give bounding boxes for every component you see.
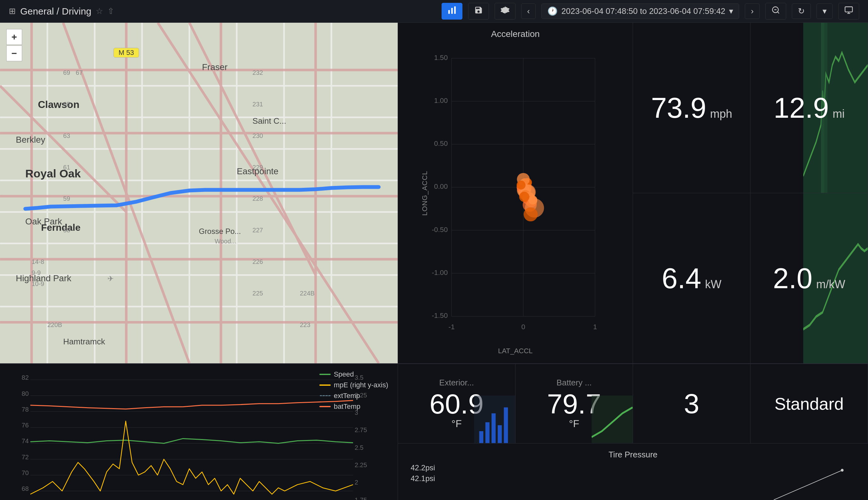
power-card: 6.4 kW — [633, 193, 750, 364]
prev-button[interactable]: ‹ — [521, 3, 536, 19]
svg-text:61: 61 — [63, 164, 70, 171]
legend-mpe-line — [319, 385, 331, 386]
svg-text:229: 229 — [252, 164, 263, 171]
svg-text:1.50: 1.50 — [434, 54, 448, 61]
svg-text:67: 67 — [76, 69, 83, 76]
speed-card: 73.9 mph — [633, 23, 750, 193]
topbar-left: ⊞ General / Driving ☆ ⇧ — [9, 6, 436, 17]
zoom-out-button[interactable] — [765, 3, 786, 20]
zoom-in-button[interactable]: + — [6, 29, 22, 45]
legend-exttemp-line — [319, 395, 331, 397]
svg-text:9-9: 9-9 — [32, 269, 41, 276]
svg-text:Clawson: Clawson — [38, 99, 79, 110]
legend-battemp: batTemp — [319, 402, 388, 411]
svg-text:Hamtramck: Hamtramck — [63, 337, 105, 346]
refresh-button[interactable]: ↻ — [792, 3, 811, 19]
tire-pressure-title: Tire Pressure — [411, 450, 855, 459]
efficiency-unit: m/kW — [816, 278, 845, 291]
share-icon[interactable]: ⇧ — [108, 6, 114, 16]
speed-value: 73.9 — [651, 94, 706, 122]
grid-icon: ⊞ — [9, 6, 16, 16]
svg-text:M 53: M 53 — [119, 49, 134, 57]
time-range: 🕐 2023-06-04 07:48:50 to 2023-06-04 07:5… — [542, 3, 739, 19]
svg-text:0: 0 — [522, 323, 525, 331]
cell3-value: 3 — [684, 390, 699, 418]
power-unit: kW — [705, 278, 721, 291]
svg-text:1: 1 — [593, 323, 597, 331]
star-icon[interactable]: ☆ — [96, 6, 103, 16]
map-svg: M 53 Clawson Berkley Royal Oak Oak Park … — [0, 23, 398, 363]
svg-text:76: 76 — [22, 422, 29, 429]
chevron-down-icon[interactable]: ▾ — [729, 6, 733, 16]
svg-text:224B: 224B — [300, 290, 315, 297]
legend-battemp-label: batTemp — [334, 402, 360, 411]
svg-text:228: 228 — [252, 195, 263, 202]
svg-rect-1 — [451, 8, 453, 14]
monitor-button[interactable] — [838, 3, 859, 20]
dropdown-button[interactable]: ▾ — [816, 3, 833, 19]
tire-values: 42.2psi 42.1psi — [411, 463, 435, 483]
svg-text:220B: 220B — [47, 321, 62, 328]
svg-text:63: 63 — [63, 132, 70, 139]
sensor-grid: Exterior... 60.9 °F Battery ... — [398, 364, 868, 500]
svg-point-109 — [517, 181, 526, 190]
svg-text:69: 69 — [63, 69, 70, 76]
svg-text:78: 78 — [22, 406, 29, 413]
exterior-sparkline — [474, 396, 515, 443]
settings-button[interactable] — [494, 3, 515, 20]
legend-exttemp: extTemp — [319, 392, 388, 400]
svg-text:0.50: 0.50 — [434, 139, 448, 147]
svg-text:2.25: 2.25 — [355, 462, 367, 468]
svg-rect-144 — [486, 422, 490, 443]
svg-rect-9 — [0, 23, 398, 363]
battery-temp-title: Battery ... — [557, 378, 592, 388]
svg-text:223: 223 — [300, 321, 310, 328]
chart-legend: Speed mpE (right y-axis) extTemp batTemp — [319, 370, 388, 411]
svg-text:-1.50: -1.50 — [432, 311, 448, 319]
battery-temp-card: Battery ... 79.7 °F — [515, 364, 633, 443]
svg-rect-146 — [498, 425, 502, 443]
svg-point-107 — [519, 192, 530, 202]
legend-battemp-line — [319, 406, 331, 407]
battery-sparkline — [592, 396, 633, 443]
bottom-row: Speed mpE (right y-axis) extTemp batTemp — [0, 364, 868, 500]
exterior-temp-card: Exterior... 60.9 °F — [398, 364, 515, 443]
svg-text:Royal Oak: Royal Oak — [25, 167, 81, 180]
svg-text:225: 225 — [252, 290, 263, 297]
exterior-temp-unit: °F — [452, 418, 461, 430]
clock-icon: 🕐 — [547, 6, 557, 16]
power-value: 6.4 — [662, 264, 701, 293]
svg-text:80: 80 — [22, 390, 29, 397]
topbar: ⊞ General / Driving ☆ ⇧ ‹ 🕐 2023-06-04 0… — [0, 0, 868, 23]
svg-text:Grosse Po...: Grosse Po... — [199, 227, 241, 236]
svg-text:58: 58 — [63, 227, 70, 234]
distance-card: 12.9 mi — [750, 23, 868, 193]
tire-value-0: 42.2psi — [411, 463, 435, 472]
svg-text:70: 70 — [22, 469, 29, 476]
svg-text:231: 231 — [252, 101, 263, 107]
chart-button[interactable] — [442, 3, 463, 20]
svg-text:1.75: 1.75 — [355, 497, 367, 500]
svg-rect-143 — [479, 431, 483, 443]
efficiency-value: 2.0 — [773, 264, 812, 293]
svg-text:232: 232 — [252, 69, 263, 76]
cell3-card: 3 — [633, 364, 750, 443]
panels-top: Acceleration LONG_ACCL 1.50 — [398, 23, 868, 364]
svg-text:230: 230 — [252, 132, 263, 139]
svg-text:10-9: 10-9 — [32, 280, 44, 287]
tire-pressure-panel: Tire Pressure 42.2psi 42.1psi — [398, 443, 868, 500]
svg-text:Wood...: Wood... — [214, 238, 236, 245]
acceleration-chart: 1.50 1.00 0.50 0.00 -0.50 -1.00 -1.50 -1… — [404, 42, 626, 345]
breadcrumb: General / Driving — [20, 6, 91, 17]
svg-text:Berkley: Berkley — [16, 135, 45, 145]
svg-rect-147 — [504, 408, 508, 443]
zoom-out-button-map[interactable]: − — [6, 45, 22, 61]
svg-line-5 — [777, 12, 779, 13]
legend-speed-line — [319, 374, 331, 375]
svg-text:-1.00: -1.00 — [432, 269, 448, 276]
main-layout: + − — [0, 23, 868, 500]
svg-text:68: 68 — [22, 485, 29, 492]
next-button[interactable]: › — [745, 3, 760, 19]
tire-pressure-chart — [760, 463, 855, 500]
save-button[interactable] — [468, 3, 489, 20]
